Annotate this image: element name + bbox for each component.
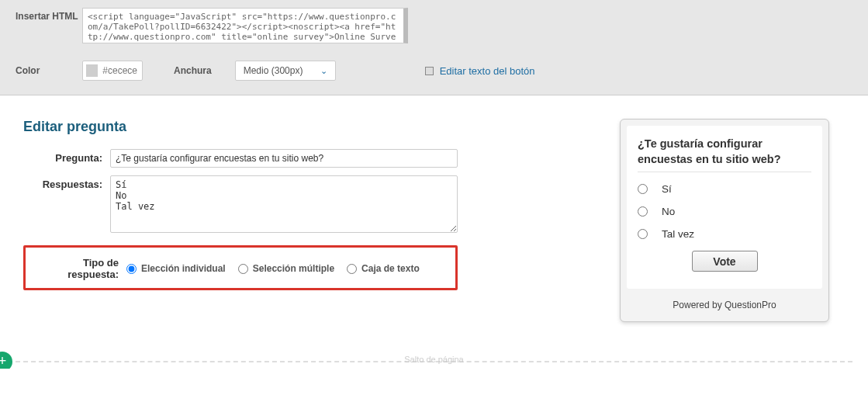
poll-option-2-radio[interactable]: [638, 206, 648, 217]
poll-option-1-label: Sí: [662, 183, 672, 195]
poll-card: ¿Te gustaría configurar encuestas en tu …: [620, 119, 829, 322]
radio-multi-choice-label: Selección múltiple: [253, 263, 334, 274]
insert-html-label: Insertar HTML: [16, 8, 82, 22]
response-type-highlight: Tipo de respuesta: Elección individual S…: [23, 245, 458, 290]
vote-button[interactable]: Vote: [692, 251, 758, 272]
radio-textbox[interactable]: Caja de texto: [347, 263, 420, 274]
editor-title: Editar pregunta: [23, 119, 458, 135]
divider: [638, 172, 811, 172]
radio-single-choice-input[interactable]: [126, 264, 137, 274]
poll-card-inner: ¿Te gustaría configurar encuestas en tu …: [627, 126, 822, 289]
answers-textarea[interactable]: Sí No Tal vez: [110, 175, 458, 233]
radio-single-choice[interactable]: Elección individual: [126, 263, 226, 274]
main-content: Editar pregunta Pregunta: Respuestas: Sí…: [0, 95, 868, 322]
chevron-down-icon: ⌄: [320, 66, 327, 76]
add-page-button[interactable]: +: [0, 352, 12, 369]
poll-option-2[interactable]: No: [638, 206, 811, 217]
poll-option-2-label: No: [662, 206, 675, 217]
color-picker[interactable]: #cecece: [82, 61, 143, 81]
poll-preview-panel: ¿Te gustaría configurar encuestas en tu …: [612, 119, 852, 322]
radio-textbox-input[interactable]: [347, 264, 357, 274]
color-swatch: [86, 64, 98, 77]
edit-button-text-label: Editar texto del botón: [440, 65, 535, 77]
radio-multi-choice-input[interactable]: [238, 264, 248, 274]
embed-config-bar: Insertar HTML <script language="JavaScri…: [0, 0, 868, 95]
color-label: Color: [16, 65, 82, 76]
question-editor: Editar pregunta Pregunta: Respuestas: Sí…: [23, 119, 458, 322]
poll-option-3-label: Tal vez: [662, 228, 694, 240]
question-input[interactable]: [110, 149, 458, 168]
poll-option-1-radio[interactable]: [638, 184, 648, 194]
width-label: Anchura: [174, 65, 212, 76]
radio-single-choice-label: Elección individual: [141, 263, 226, 274]
answers-label: Respuestas:: [23, 175, 110, 233]
poll-question: ¿Te gustaría configurar encuestas en tu …: [638, 137, 811, 167]
page-break-label: Salto de página: [404, 355, 463, 364]
color-value: #cecece: [102, 65, 137, 76]
edit-button-text-link[interactable]: Editar texto del botón: [425, 65, 535, 77]
powered-by[interactable]: Powered by QuestionPro: [627, 289, 822, 315]
width-value: Medio (300px): [244, 65, 303, 76]
poll-option-3[interactable]: Tal vez: [638, 228, 811, 240]
radio-textbox-label: Caja de texto: [361, 263, 420, 274]
poll-option-1[interactable]: Sí: [638, 183, 811, 195]
response-type-label: Tipo de respuesta:: [30, 257, 126, 280]
page-break-line: + Salto de página: [0, 353, 868, 369]
html-code-textarea[interactable]: <script language="JavaScript" src="https…: [82, 8, 408, 43]
radio-multi-choice[interactable]: Selección múltiple: [238, 263, 334, 274]
edit-button-text-checkbox[interactable]: [425, 67, 434, 75]
poll-option-3-radio[interactable]: [638, 229, 648, 239]
width-select[interactable]: Medio (300px) ⌄: [235, 61, 336, 81]
question-label: Pregunta:: [23, 149, 110, 168]
